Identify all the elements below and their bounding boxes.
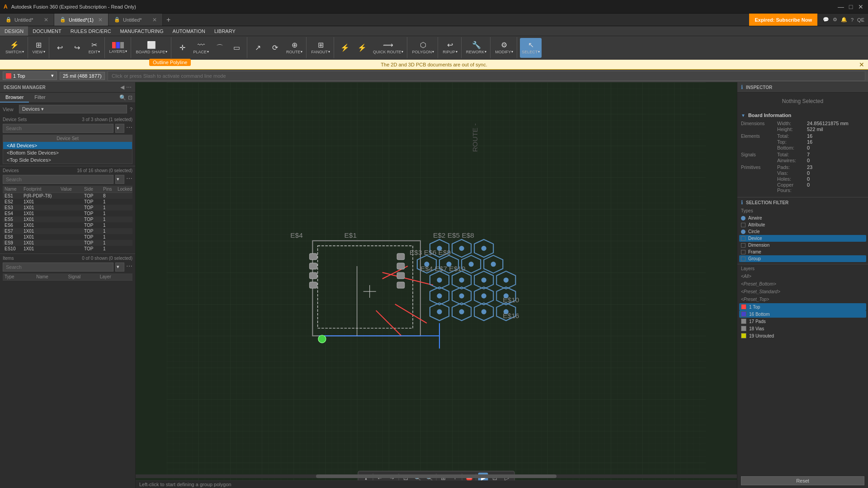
route-button[interactable]: ↗ xyxy=(250,38,266,58)
expired-badge[interactable]: Expired: Subscribe Now xyxy=(749,14,817,26)
view-select[interactable]: Devices ▾ xyxy=(19,105,127,113)
panel-more-btn[interactable]: ⋯ xyxy=(126,84,132,90)
menu-manufacturing[interactable]: MANUFACTURING xyxy=(116,26,168,36)
device-set-top[interactable]: <Top Side Devices> xyxy=(3,156,132,164)
chat-icon[interactable]: 💬 xyxy=(823,17,829,23)
table-row[interactable]: ES10 1X01 TOP 1 (1400 9... xyxy=(3,246,132,252)
close-button[interactable]: ✕ xyxy=(857,3,864,10)
undo-button[interactable]: ↩ xyxy=(52,38,68,58)
quick-route-label-button[interactable]: ⟿ QUICK ROUTE ▾ xyxy=(371,38,406,58)
layer-18-vias[interactable]: 18 Vias xyxy=(741,325,864,332)
route-more-button[interactable]: ⟳ xyxy=(267,38,283,58)
filter-frame[interactable]: Frame xyxy=(741,249,864,255)
bell-icon[interactable]: 🔔 xyxy=(841,17,847,23)
items-dropdown[interactable]: ▾ xyxy=(115,263,124,272)
board-info-collapse[interactable]: ▼ xyxy=(741,113,745,118)
modify-button[interactable]: ⚙ MODIFY ▾ xyxy=(493,38,515,58)
layers-all[interactable]: <All> xyxy=(741,272,864,280)
filter-attribute[interactable]: Attribute xyxy=(741,221,864,228)
tab-untitled2[interactable]: 🔒 Untitled*(1) ✕ xyxy=(54,14,108,26)
table-row[interactable]: ES6 1X01 TOP 1 (1275 1... xyxy=(3,222,132,228)
menu-library[interactable]: LIBRARY xyxy=(210,26,240,36)
quick-route-more-button[interactable]: ⚡ xyxy=(354,38,370,58)
quick-route-button[interactable]: ⚡ xyxy=(337,38,353,58)
filter-group[interactable]: Group xyxy=(739,255,866,262)
items-more[interactable]: ⋯ xyxy=(126,263,132,272)
table-row[interactable]: ES3 1X01 TOP 1 (1150 1... xyxy=(3,205,132,211)
polygon-button[interactable]: ⬡ POLYGON ▾ xyxy=(410,38,436,58)
device-sets-more[interactable]: ⋯ xyxy=(126,124,132,133)
outline-polyline-badge[interactable]: Outline Polyline xyxy=(149,59,191,66)
items-search[interactable] xyxy=(3,263,113,272)
scrollbar-thumb-h[interactable] xyxy=(316,474,557,478)
devices-dropdown[interactable]: ▾ xyxy=(115,175,124,184)
device-set-all-devices[interactable]: <All Devices> xyxy=(3,142,132,149)
menu-automation[interactable]: AUTOMATION xyxy=(168,26,210,36)
close-tab-3-icon[interactable]: ✕ xyxy=(152,17,157,23)
device-sets-search[interactable] xyxy=(3,124,113,133)
table-row[interactable]: ES9 1X01 TOP 1 (1400 1... xyxy=(3,240,132,246)
user-icon[interactable]: QE xyxy=(857,17,864,23)
device-set-bottom[interactable]: <Bottom Side Devices> xyxy=(3,149,132,156)
table-row[interactable]: ES4 1X01 TOP 1 (1150 9... xyxy=(3,211,132,216)
place-arc-button[interactable]: ⌒ xyxy=(212,38,228,58)
help-icon[interactable]: ? xyxy=(851,17,854,23)
layers-button[interactable]: LAYERS ▾ xyxy=(108,38,129,58)
panel-collapse-btn[interactable]: ◀ xyxy=(120,84,124,90)
layers-preset-standard[interactable]: <Preset_Standard> xyxy=(741,288,864,296)
redo-button[interactable]: ↪ xyxy=(69,38,85,58)
table-row[interactable]: ES7 1X01 TOP 1 (1275 9... xyxy=(3,228,132,234)
menu-document[interactable]: DOCUMENT xyxy=(28,26,66,36)
search-icon[interactable]: 🔍 xyxy=(119,94,126,101)
layer-17-pads[interactable]: 17 Pads xyxy=(741,318,864,325)
fanout-button[interactable]: ⊞ FANOUT ▾ xyxy=(309,38,332,58)
layers-preset-bottom[interactable]: <Preset_Bottom> xyxy=(741,280,864,288)
layers-preset-top[interactable]: <Preset_Top> xyxy=(741,296,864,303)
switch-button[interactable]: ⚡ SWITCH ▾ xyxy=(4,38,26,58)
view-button[interactable]: ⊞ VIEW ▾ xyxy=(31,38,47,58)
route-label-button[interactable]: ⊕ ROUTE ▾ xyxy=(284,38,305,58)
table-row[interactable]: ES1 P(R-PDIP-T8) TOP 8 (900 950) xyxy=(3,193,132,199)
layer-19-unrouted[interactable]: 19 Unrouted xyxy=(741,332,864,339)
close-tab-icon[interactable]: ✕ xyxy=(44,17,48,23)
command-line-input[interactable] xyxy=(108,71,865,81)
ripup-button[interactable]: ↩ RIPUP ▾ xyxy=(441,38,459,58)
menu-design[interactable]: DESIGN xyxy=(0,26,28,36)
minimize-button[interactable]: — xyxy=(837,3,844,10)
browser-tab[interactable]: Browser xyxy=(0,93,29,103)
size-input[interactable] xyxy=(60,72,105,80)
select-button[interactable]: ↖ SELECT ▾ xyxy=(520,38,542,58)
filter-tab[interactable]: Filter xyxy=(29,93,51,103)
edit-button[interactable]: ✂ EDIT ▾ xyxy=(86,38,103,58)
board-shape-button[interactable]: ⬜ BOARD SHAPE ▾ xyxy=(134,38,169,58)
devices-search[interactable] xyxy=(3,175,113,184)
pcb-canvas[interactable]: E$1 E$2 E$5 E$8 E$3 E$6 E$9 E$4 E$7 E$10… xyxy=(136,82,737,488)
place-rect-button[interactable]: ▭ xyxy=(229,38,245,58)
maximize-button[interactable]: □ xyxy=(847,3,854,10)
device-sets-dropdown[interactable]: ▾ xyxy=(115,124,124,133)
sync-warning-close[interactable]: ✕ xyxy=(859,61,864,68)
layer-selector[interactable]: 1 Top ▾ xyxy=(3,71,57,80)
filter-icon[interactable]: ⊡ xyxy=(128,94,132,101)
filter-device[interactable]: Device xyxy=(739,235,866,242)
filter-circle[interactable]: Circle xyxy=(741,228,864,235)
help-button[interactable]: ? xyxy=(130,107,132,112)
tab-untitled3[interactable]: 🔒 Untitled* ✕ xyxy=(108,14,163,26)
place-button[interactable]: ✛ xyxy=(174,38,190,58)
table-row[interactable]: ES5 1X01 TOP 1 (1275 1... xyxy=(3,216,132,222)
place-more-button[interactable]: 〰 PLACE ▾ xyxy=(191,38,211,58)
layer-1-top[interactable]: 1 Top xyxy=(739,303,866,310)
filter-dimension[interactable]: Dimension xyxy=(741,242,864,249)
close-tab-2-icon[interactable]: ✕ xyxy=(98,17,103,23)
filter-airwire[interactable]: Airwire xyxy=(741,215,864,221)
tab-untitled1[interactable]: 🔒 Untitled* ✕ xyxy=(0,14,54,26)
table-row[interactable]: ES8 1X01 TOP 1 (1400 1... xyxy=(3,234,132,240)
new-tab-button[interactable]: + xyxy=(163,14,174,26)
horizontal-scrollbar[interactable] xyxy=(136,474,737,478)
canvas-area[interactable]: E$1 E$2 E$5 E$8 E$3 E$6 E$9 E$4 E$7 E$10… xyxy=(136,82,737,488)
menu-rules[interactable]: RULES DRC/ERC xyxy=(66,26,116,36)
devices-more[interactable]: ⋯ xyxy=(126,175,132,184)
reset-button[interactable]: Reset xyxy=(741,476,864,485)
rework-button[interactable]: 🔧 REWORK ▾ xyxy=(464,38,489,58)
table-row[interactable]: ES2 1X01 TOP 1 (1150 1... xyxy=(3,199,132,205)
